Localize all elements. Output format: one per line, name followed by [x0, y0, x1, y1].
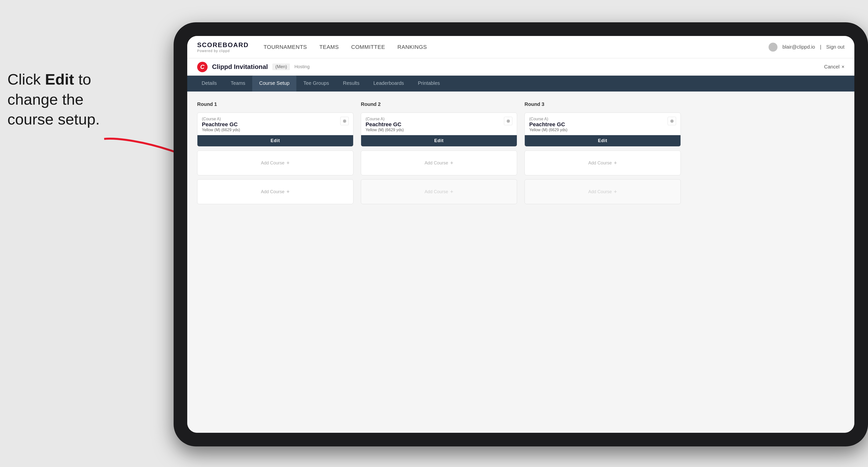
round-2-course-label: (Course A) [366, 117, 404, 121]
user-email: blair@clippd.io [782, 44, 815, 50]
nav-tournaments[interactable]: TOURNAMENTS [264, 44, 307, 50]
round-3-add-course-1[interactable]: Add Course + [525, 151, 681, 175]
round-2-label: Round 2 [361, 101, 517, 107]
round-4-column-empty [688, 101, 844, 204]
tablet-screen: SCOREBOARD Powered by clippd TOURNAMENTS… [187, 36, 855, 433]
main-content: Round 1 (Course A) Peachtree GC Yellow (… [187, 92, 855, 433]
round-2-add-label-2: Add Course + [425, 188, 453, 195]
tab-results[interactable]: Results [336, 75, 367, 92]
tournament-header: C Clippd Invitational (Men) Hosting Canc… [187, 58, 855, 75]
round-2-add-label-1: Add Course + [425, 160, 453, 166]
round-2-column: Round 2 (Course A) Peachtree GC Yellow (… [361, 101, 517, 204]
plus-icon-3: + [450, 160, 453, 166]
round-1-label: Round 1 [197, 101, 353, 107]
nav-separator: | [820, 44, 821, 50]
round-1-course-name: Peachtree GC [202, 121, 240, 128]
plus-icon-4: + [450, 188, 453, 195]
annotation-text: Click Edit tochange thecourse setup. [7, 69, 100, 129]
round-3-column: Round 3 (Course A) Peachtree GC Yellow (… [525, 101, 681, 204]
round-1-add-course-1[interactable]: Add Course + [197, 151, 353, 175]
nav-right: blair@clippd.io | Sign out [769, 43, 844, 52]
round-2-course-details: Yellow (M) (6629 yds) [366, 128, 404, 132]
trash-icon-2: ⊗ [506, 118, 510, 124]
plus-icon-2: + [286, 188, 290, 195]
cancel-button[interactable]: Cancel × [824, 64, 844, 70]
tablet-frame: SCOREBOARD Powered by clippd TOURNAMENTS… [174, 22, 868, 446]
plus-icon-5: + [614, 160, 617, 166]
tournament-title-row: C Clippd Invitational (Men) Hosting [197, 62, 310, 72]
round-2-delete-icon[interactable]: ⊗ [504, 117, 513, 125]
round-3-course-info: (Course A) Peachtree GC Yellow (M) (6629… [529, 117, 567, 132]
nav-teams[interactable]: TEAMS [319, 44, 339, 50]
round-2-course-info: (Course A) Peachtree GC Yellow (M) (6629… [366, 117, 404, 132]
round-3-add-label-2: Add Course + [588, 188, 617, 195]
round-1-course-card: (Course A) Peachtree GC Yellow (M) (6629… [197, 113, 353, 147]
round-3-course-details: Yellow (M) (6629 yds) [529, 128, 567, 132]
tournament-gender-badge: (Men) [272, 63, 290, 70]
tab-bar: Details Teams Course Setup Tee Groups Re… [187, 75, 855, 92]
round-1-column: Round 1 (Course A) Peachtree GC Yellow (… [197, 101, 353, 204]
sign-out-link[interactable]: Sign out [826, 44, 844, 50]
round-3-label: Round 3 [525, 101, 681, 107]
brand-title: SCOREBOARD [197, 41, 249, 49]
round-1-course-header: (Course A) Peachtree GC Yellow (M) (6629… [197, 113, 353, 135]
nav-committee[interactable]: COMMITTEE [351, 44, 385, 50]
rounds-container: Round 1 (Course A) Peachtree GC Yellow (… [197, 101, 844, 204]
round-2-add-course-1[interactable]: Add Course + [361, 151, 517, 175]
close-icon: × [841, 64, 844, 70]
round-3-course-label: (Course A) [529, 117, 567, 121]
trash-icon: ⊗ [343, 118, 346, 124]
round-2-course-card: (Course A) Peachtree GC Yellow (M) (6629… [361, 113, 517, 147]
round-3-course-card: (Course A) Peachtree GC Yellow (M) (6629… [525, 113, 681, 147]
round-1-add-label-2: Add Course + [261, 188, 290, 195]
round-1-add-label-1: Add Course + [261, 160, 290, 166]
round-3-edit-button[interactable]: Edit [525, 135, 681, 146]
round-3-course-header: (Course A) Peachtree GC Yellow (M) (6629… [525, 113, 681, 135]
user-avatar [769, 43, 777, 52]
round-3-add-course-2: Add Course + [525, 179, 681, 204]
round-3-course-name: Peachtree GC [529, 121, 567, 128]
round-1-course-label: (Course A) [202, 117, 240, 121]
round-1-course-details: Yellow (M) (6629 yds) [202, 128, 240, 132]
tab-tee-groups[interactable]: Tee Groups [297, 75, 336, 92]
round-2-edit-button[interactable]: Edit [361, 135, 517, 146]
round-2-course-name: Peachtree GC [366, 121, 404, 128]
round-2-add-course-2: Add Course + [361, 179, 517, 204]
tab-printables[interactable]: Printables [411, 75, 447, 92]
plus-icon-1: + [286, 160, 290, 166]
tournament-name: Clippd Invitational [212, 63, 268, 71]
round-1-course-info: (Course A) Peachtree GC Yellow (M) (6629… [202, 117, 240, 132]
top-nav: SCOREBOARD Powered by clippd TOURNAMENTS… [187, 36, 855, 58]
hosting-badge: Hosting [294, 64, 310, 69]
plus-icon-6: + [614, 188, 617, 195]
brand-sub: Powered by clippd [197, 49, 249, 53]
nav-left: SCOREBOARD Powered by clippd TOURNAMENTS… [197, 41, 427, 53]
trash-icon-3: ⊗ [670, 118, 674, 124]
round-1-add-course-2[interactable]: Add Course + [197, 179, 353, 204]
round-3-delete-icon[interactable]: ⊗ [668, 117, 676, 125]
annotation-bold: Edit [45, 71, 74, 88]
round-2-course-header: (Course A) Peachtree GC Yellow (M) (6629… [361, 113, 517, 135]
tab-course-setup[interactable]: Course Setup [252, 75, 297, 92]
c-logo: C [197, 62, 208, 72]
tab-teams[interactable]: Teams [224, 75, 252, 92]
tab-leaderboards[interactable]: Leaderboards [366, 75, 411, 92]
round-1-edit-button[interactable]: Edit [197, 135, 353, 146]
nav-rankings[interactable]: RANKINGS [398, 44, 427, 50]
round-3-add-label-1: Add Course + [588, 160, 617, 166]
scoreboard-brand: SCOREBOARD Powered by clippd [197, 41, 249, 53]
nav-links: TOURNAMENTS TEAMS COMMITTEE RANKINGS [264, 44, 427, 50]
round-1-delete-icon[interactable]: ⊗ [340, 117, 349, 125]
tab-details[interactable]: Details [195, 75, 224, 92]
